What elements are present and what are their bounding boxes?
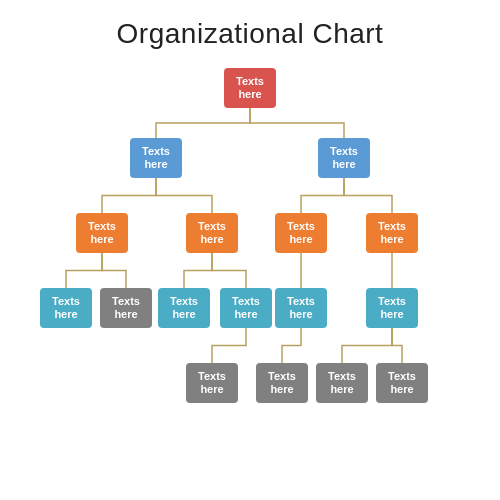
connector-lm-lm1 — [184, 253, 212, 288]
org-node-l1[interactable]: Texts here — [130, 138, 182, 178]
org-node-ll2[interactable]: Texts here — [100, 288, 152, 328]
org-node-lm[interactable]: Texts here — [186, 213, 238, 253]
connector-rl1-rl_c — [282, 328, 301, 363]
connector-lm2-lm_c — [212, 328, 246, 363]
connector-root-l1 — [156, 108, 250, 138]
connector-r1-rl — [301, 178, 344, 213]
org-node-rr_c2[interactable]: Texts here — [376, 363, 428, 403]
connector-ll-ll1 — [66, 253, 102, 288]
connector-l1-ll — [102, 178, 156, 213]
org-node-rl1[interactable]: Texts here — [275, 288, 327, 328]
org-node-lm2[interactable]: Texts here — [220, 288, 272, 328]
org-node-ll1[interactable]: Texts here — [40, 288, 92, 328]
connector-lm-lm2 — [212, 253, 246, 288]
connector-ll-ll2 — [102, 253, 126, 288]
org-node-rr[interactable]: Texts here — [366, 213, 418, 253]
org-node-lm1[interactable]: Texts here — [158, 288, 210, 328]
connector-r1-rr — [344, 178, 392, 213]
org-node-root[interactable]: Texts here — [224, 68, 276, 108]
org-node-rl_c[interactable]: Texts here — [256, 363, 308, 403]
connector-root-r1 — [250, 108, 344, 138]
org-node-rr1[interactable]: Texts here — [366, 288, 418, 328]
org-node-lm_c[interactable]: Texts here — [186, 363, 238, 403]
org-node-rl[interactable]: Texts here — [275, 213, 327, 253]
org-node-ll[interactable]: Texts here — [76, 213, 128, 253]
connector-rr1-rr_c1 — [342, 328, 392, 363]
org-chart: Texts hereTexts hereTexts hereTexts here… — [10, 68, 490, 448]
page: Organizational Chart Texts hereTexts her… — [0, 0, 500, 500]
page-title: Organizational Chart — [117, 18, 384, 50]
connector-rr1-rr_c2 — [392, 328, 402, 363]
org-node-r1[interactable]: Texts here — [318, 138, 370, 178]
connector-l1-lm — [156, 178, 212, 213]
org-node-rr_c1[interactable]: Texts here — [316, 363, 368, 403]
